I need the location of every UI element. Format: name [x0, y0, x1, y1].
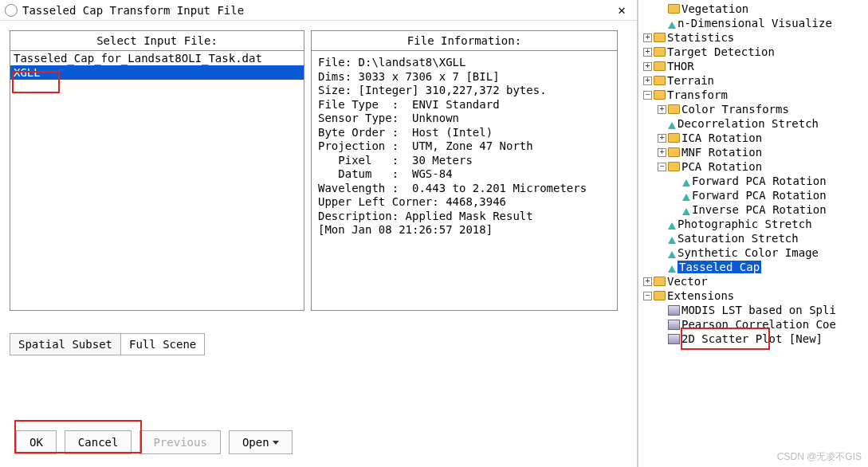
spacer — [672, 206, 681, 214]
select-input-panel: Select Input File: Tasseled_Cap_for_Land… — [10, 30, 304, 311]
tree-item-label: THOR — [667, 60, 694, 73]
flask-icon — [682, 190, 690, 201]
spatial-subset-value: Full Scene — [121, 334, 204, 355]
folder-icon — [668, 133, 680, 143]
input-file-dialog: Tasseled Cap Transform Input File ✕ Sele… — [0, 0, 638, 467]
tree-item[interactable]: Saturation Stretch — [638, 231, 868, 245]
flask-icon — [668, 248, 676, 258]
tree-item[interactable]: Inverse PCA Rotation — [638, 202, 868, 217]
tree-item-label: Pearson Correlation Coe — [681, 318, 836, 331]
tool-icon — [668, 305, 680, 316]
spacer — [658, 234, 666, 243]
tree-item-label: Decorrelation Stretch — [678, 117, 819, 130]
cancel-button[interactable]: Cancel — [65, 430, 132, 454]
flask-icon — [682, 176, 690, 186]
list-item[interactable]: Tasseled_Cap_for_Landsat8OLI_Task.dat — [10, 51, 304, 65]
collapse-icon[interactable]: − — [643, 292, 652, 300]
folder-icon — [668, 4, 680, 14]
tree-item-label: Photographic Stretch — [678, 218, 812, 230]
collapse-icon[interactable]: − — [643, 91, 652, 100]
tree-item[interactable]: −Extensions — [638, 288, 868, 303]
tree-item[interactable]: +Color Transforms — [638, 102, 868, 116]
tree-item[interactable]: Forward PCA Rotation — [638, 174, 868, 188]
tree-item[interactable]: Pearson Correlation Coe — [638, 317, 868, 332]
chevron-down-icon — [273, 441, 279, 445]
flask-icon — [682, 205, 690, 215]
dialog-content: Select Input File: Tasseled_Cap_for_Land… — [0, 21, 637, 365]
tree-item[interactable]: −Transform — [638, 88, 868, 102]
tree-item-label: ICA Rotation — [681, 131, 762, 144]
ok-button[interactable]: OK — [16, 430, 57, 454]
spatial-subset-row: Spatial Subset Full Scene — [10, 333, 205, 355]
tree-item[interactable]: +THOR — [638, 59, 868, 73]
collapse-icon[interactable]: − — [658, 163, 666, 171]
tree-item[interactable]: −PCA Rotation — [638, 159, 868, 174]
spacer — [658, 19, 666, 28]
tree-item-label: MNF Rotation — [681, 146, 762, 159]
folder-icon — [668, 162, 680, 171]
tree-item-label: n-Dimensional Visualize — [678, 17, 832, 29]
input-file-list[interactable]: Tasseled_Cap_for_Landsat8OLI_Task.dat XG… — [10, 51, 304, 306]
tree-item-label: MODIS LST based on Spli — [681, 304, 836, 316]
folder-icon — [654, 61, 666, 71]
tree-item-label: Saturation Stretch — [678, 232, 799, 245]
tree-item-label: PCA Rotation — [681, 160, 762, 173]
tree-item-label: 2D Scatter Plot [New] — [681, 332, 823, 345]
tree-item[interactable]: 2D Scatter Plot [New] — [638, 332, 868, 346]
file-info-header: File Information: — [312, 31, 617, 51]
file-info-panel: File Information: File: D:\landsat8\XGLL… — [311, 30, 618, 311]
spacer — [672, 191, 681, 200]
open-button[interactable]: Open — [229, 430, 293, 454]
tree-item[interactable]: +MNF Rotation — [638, 145, 868, 159]
expand-icon[interactable]: + — [643, 62, 652, 71]
expand-icon[interactable]: + — [658, 134, 666, 143]
flask-icon — [668, 234, 676, 244]
tree-item-label: Terrain — [667, 74, 714, 87]
tree-item-label: Extensions — [667, 289, 734, 302]
tree-item[interactable]: Forward PCA Rotation — [638, 188, 868, 202]
folder-icon — [654, 291, 666, 300]
tool-icon — [668, 334, 680, 344]
tree-item-label: Statistics — [667, 31, 734, 44]
expand-icon[interactable]: + — [658, 148, 666, 157]
tree-item[interactable]: Vegetation — [638, 2, 868, 16]
tree-item[interactable]: MODIS LST based on Spli — [638, 303, 868, 317]
folder-icon — [668, 104, 680, 114]
titlebar: Tasseled Cap Transform Input File ✕ — [0, 0, 637, 21]
list-item[interactable]: XGLL — [10, 65, 304, 80]
spacer — [658, 320, 666, 329]
tree-item[interactable]: +Statistics — [638, 30, 868, 45]
spacer — [672, 177, 681, 186]
folder-icon — [654, 47, 666, 57]
button-row: OK Cancel Previous Open — [16, 430, 293, 454]
tree-item-label: Forward PCA Rotation — [692, 175, 827, 187]
expand-icon[interactable]: + — [643, 77, 652, 85]
spatial-subset-button[interactable]: Spatial Subset — [10, 334, 121, 355]
close-icon[interactable]: ✕ — [611, 2, 632, 18]
expand-icon[interactable]: + — [658, 105, 666, 114]
tree-item[interactable]: +Target Detection — [638, 45, 868, 59]
tree-item[interactable]: Synthetic Color Image — [638, 245, 868, 260]
dialog-title: Tasseled Cap Transform Input File — [22, 4, 244, 17]
folder-icon — [654, 76, 666, 85]
tree-item[interactable]: Tasseled Cap — [638, 260, 868, 274]
spacer — [658, 263, 666, 272]
expand-icon[interactable]: + — [643, 48, 652, 57]
tree-item[interactable]: +ICA Rotation — [638, 131, 868, 145]
previous-button: Previous — [139, 430, 220, 454]
open-button-label: Open — [242, 436, 269, 449]
tree-item[interactable]: Decorrelation Stretch — [638, 116, 868, 131]
tree-item-label: Tasseled Cap — [678, 261, 761, 273]
tree-item[interactable]: +Terrain — [638, 73, 868, 88]
tree-item[interactable]: +Vector — [638, 274, 868, 288]
expand-icon[interactable]: + — [643, 33, 652, 42]
tree-item[interactable]: Photographic Stretch — [638, 217, 868, 231]
app-icon — [5, 4, 18, 17]
file-info-text: File: D:\landsat8\XGLL Dims: 3033 x 7306… — [312, 51, 617, 242]
toolbox-tree[interactable]: Vegetationn-Dimensional Visualize+Statis… — [638, 0, 868, 467]
expand-icon[interactable]: + — [643, 277, 652, 286]
tree-item[interactable]: n-Dimensional Visualize — [638, 16, 868, 30]
tree-item-label: Forward PCA Rotation — [692, 189, 827, 202]
tree-item-label: Inverse PCA Rotation — [692, 203, 827, 216]
folder-icon — [668, 147, 680, 157]
